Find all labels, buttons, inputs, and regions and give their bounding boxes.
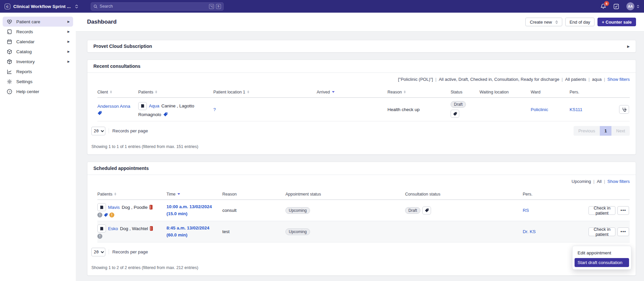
warning-icon: ! xyxy=(109,212,114,217)
records-per-page-select[interactable]: 20 xyxy=(91,248,105,256)
filter-search-term[interactable]: aqua xyxy=(592,77,601,82)
tag-icon[interactable] xyxy=(97,111,138,115)
red-flag-icon xyxy=(150,205,153,210)
user-menu[interactable]: AA xyxy=(626,2,639,10)
reason-cell: consult xyxy=(222,208,285,213)
create-new-label: Create new xyxy=(530,20,552,25)
show-filters-link[interactable]: Show filters xyxy=(607,77,630,82)
sort-desc-icon xyxy=(332,91,335,93)
appointment-duration[interactable]: (60.0 min) xyxy=(166,232,222,238)
appointment-row: Mavis Dog , Poodle ! ! 10:00 a.m. xyxy=(97,200,630,221)
previous-page-button[interactable]: Previous xyxy=(574,126,600,136)
patients-cell: Mavis Dog , Poodle ! ! xyxy=(97,200,166,221)
recent-consultations-filters: ["Policlinic (POL)"] All active, Draft, … xyxy=(87,73,636,85)
sidebar-item-reports[interactable]: Reports xyxy=(3,67,73,76)
end-of-day-button[interactable]: End of day xyxy=(565,18,594,26)
filter-upcoming[interactable]: Upcoming xyxy=(572,179,591,184)
svg-text:?: ? xyxy=(9,90,10,93)
book-icon xyxy=(100,205,104,210)
pager: Previous 1 Next xyxy=(574,126,630,136)
show-filters-link[interactable]: Show filters xyxy=(607,179,630,184)
column-header-arrived[interactable]: Arrived xyxy=(317,90,387,94)
patient-record-book-button[interactable] xyxy=(138,102,147,110)
sort-icon xyxy=(247,90,249,93)
row-actions-menu-button[interactable]: ••• xyxy=(617,206,629,215)
client-link[interactable]: Andersson Anna xyxy=(97,104,138,109)
app-window: C Clinical Workflow Sprint ... ⌥ S 5 xyxy=(0,0,644,281)
filter-statuses[interactable]: All active, Draft, Checked in, Consultat… xyxy=(439,77,559,82)
filter-patients[interactable]: All patients xyxy=(565,77,587,82)
cube-icon xyxy=(7,49,12,55)
sidebar-item-help-center[interactable]: ? Help center xyxy=(3,86,73,96)
column-header-patients[interactable]: Patients xyxy=(138,90,213,94)
filter-all[interactable]: All xyxy=(597,179,601,184)
consultation-row: Andersson Anna Aqua Canine , Lagotto Rom… xyxy=(97,98,630,121)
ward-cell: Policlinic xyxy=(531,107,570,112)
help-circle-icon: ? xyxy=(7,89,12,94)
sidebar-item-catalog[interactable]: Catalog ▶ xyxy=(3,47,73,57)
chevron-up-down-icon xyxy=(555,21,558,24)
pers-link[interactable]: Dr. KS xyxy=(523,229,536,234)
tag-icon[interactable] xyxy=(163,112,168,117)
sidebar-item-records[interactable]: Records ▶ xyxy=(3,27,73,37)
patient-name-link[interactable]: Aqua xyxy=(149,103,160,108)
filter-department[interactable]: ["Policlinic (POL)"] xyxy=(398,77,433,82)
patient-name-link[interactable]: Esko xyxy=(108,226,118,231)
edit-appointment-menu-item[interactable]: Edit appointment xyxy=(575,248,629,257)
current-page-button[interactable]: 1 xyxy=(600,126,611,136)
check-in-patient-button[interactable]: Check in patient xyxy=(589,206,615,215)
info-icon: ! xyxy=(97,212,102,217)
row-actions-context-menu: Edit appointment Start draft consultatio… xyxy=(572,246,631,270)
records-per-page-select[interactable]: 20 xyxy=(91,127,105,135)
pers-link[interactable]: RS xyxy=(523,208,529,213)
recent-pagination: 20 Records per page Previous 1 Next xyxy=(87,121,636,136)
counter-sale-button[interactable]: + Counter sale xyxy=(597,18,636,26)
create-new-button[interactable]: Create new xyxy=(525,18,562,26)
recent-consultations-table: Client Patients Patient location 1 Arriv… xyxy=(97,86,630,121)
start-draft-consultation-menu-item[interactable]: Start draft consultation xyxy=(575,258,629,267)
appointment-time-link[interactable]: 10:00 a.m. 13/02/2024 xyxy=(166,204,222,210)
records-icon xyxy=(7,29,12,35)
patient-location-cell: ? xyxy=(213,107,317,112)
column-header-reason[interactable]: Reason xyxy=(387,90,451,94)
sidebar-item-patient-care[interactable]: Patient care ▶ xyxy=(3,17,73,27)
subscription-card[interactable]: Provet Cloud Subscription ▶ xyxy=(87,40,636,53)
search-input[interactable] xyxy=(100,4,207,9)
column-header-patient-location[interactable]: Patient location 1 xyxy=(213,90,317,94)
notifications-button[interactable]: 5 xyxy=(600,3,606,9)
sidebar: Patient care ▶ Records ▶ Calendar ▶ Cata… xyxy=(0,13,76,281)
ward-link[interactable]: Policlinic xyxy=(531,107,548,112)
tag-button[interactable] xyxy=(451,110,459,118)
column-header-pers: Pers. xyxy=(570,90,618,94)
client-cell: Andersson Anna xyxy=(97,100,138,119)
recent-consultations-title: Recent consultations xyxy=(93,64,141,69)
sidebar-item-label: Patient care xyxy=(16,19,40,24)
patient-record-book-button[interactable] xyxy=(97,203,106,211)
appointment-time-link[interactable]: 8:45 a.m. 13/02/2024 xyxy=(166,225,222,231)
tag-icon[interactable] xyxy=(104,213,108,217)
appointment-duration[interactable]: (15.0 min) xyxy=(166,211,222,217)
organization-switcher[interactable]: C Clinical Workflow Sprint ... xyxy=(5,4,78,9)
column-header-patients[interactable]: Patients xyxy=(97,192,166,197)
sidebar-item-calendar[interactable]: Calendar ▶ xyxy=(3,37,73,47)
column-header-reason: Reason xyxy=(222,192,285,197)
check-in-patient-button[interactable]: Check in patient xyxy=(589,227,615,236)
patient-record-book-button[interactable] xyxy=(97,224,106,232)
column-header-time[interactable]: Time xyxy=(166,192,222,197)
row-actions-menu-button[interactable]: ••• xyxy=(617,227,629,236)
pers-link[interactable]: KS111 xyxy=(570,107,583,112)
sidebar-item-settings[interactable]: Settings xyxy=(3,76,73,86)
info-icon: ! xyxy=(97,234,102,239)
org-logo: C xyxy=(5,4,10,9)
entries-summary: Showing 1 to 2 of 2 entries (filtered fr… xyxy=(87,257,636,275)
sidebar-item-inventory[interactable]: Inventory ▶ xyxy=(3,57,73,67)
next-page-button[interactable]: Next xyxy=(611,126,630,136)
patient-location-link[interactable]: ? xyxy=(213,107,216,112)
column-header-client[interactable]: Client xyxy=(97,90,138,94)
tasks-button[interactable] xyxy=(613,4,619,9)
tag-button[interactable] xyxy=(422,207,431,214)
patient-name-link[interactable]: Mavis xyxy=(108,205,120,210)
pers-cell: RS xyxy=(523,208,589,213)
consultation-button[interactable] xyxy=(619,105,629,114)
sidebar-item-label: Records xyxy=(16,29,33,34)
